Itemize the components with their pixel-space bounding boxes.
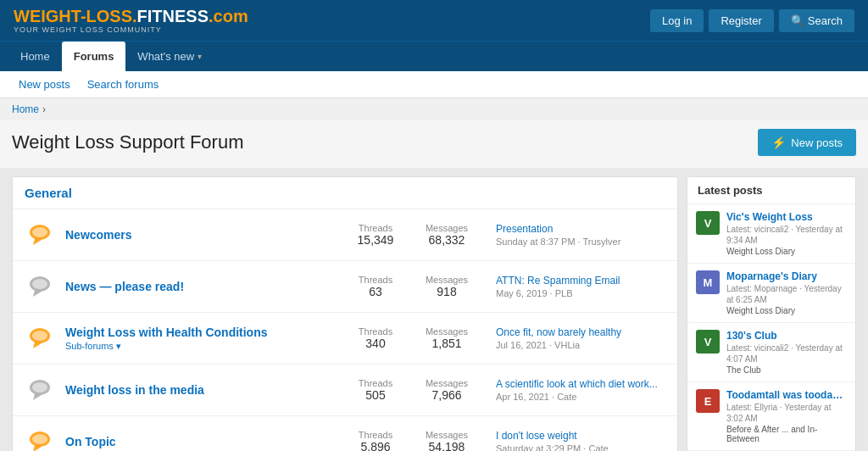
messages-value: 1,851 — [421, 337, 472, 350]
forum-name-link[interactable]: Newcomers — [65, 228, 132, 242]
sidebar-post-info: Moparnage's Diary Latest: Moparnage · Ye… — [726, 270, 847, 315]
latest-thread-link[interactable]: Presentation — [496, 223, 665, 235]
messages-label: Messages — [421, 223, 472, 233]
page-header: Weight Loss Support Forum ⚡ New posts — [0, 120, 868, 168]
forum-info: News — please read! — [65, 280, 340, 293]
forum-latest: Once fit, now barely healthy Jul 16, 202… — [496, 326, 665, 350]
svg-point-14 — [32, 434, 47, 444]
login-button[interactable]: Log in — [650, 9, 704, 32]
messages-stat: Messages 68,332 — [421, 223, 472, 247]
threads-label: Threads — [350, 378, 401, 388]
forum-row: Weight loss in the media Threads 505 Mes… — [13, 365, 677, 416]
lightning-icon: ⚡ — [771, 136, 786, 149]
forum-row: On Topic Threads 5,896 Messages 54,198 I… — [13, 416, 677, 451]
sidebar-post-item: V Vic's Weight Loss Latest: vicincali2 ·… — [687, 204, 855, 264]
forum-name-link[interactable]: Weight loss in the media — [65, 383, 204, 397]
forum-name-link[interactable]: News — please read! — [65, 280, 184, 293]
threads-label: Threads — [350, 326, 401, 337]
sidebar-post-forum: The Club — [726, 365, 847, 375]
search-icon: 🔍 — [791, 14, 804, 27]
latest-meta: May 6, 2019 · PLB — [496, 288, 665, 298]
messages-label: Messages — [421, 430, 472, 440]
messages-value: 918 — [421, 285, 472, 298]
latest-thread-link[interactable]: I don't lose weight — [496, 430, 665, 442]
messages-label: Messages — [421, 275, 472, 285]
sidebar: Latest posts V Vic's Weight Loss Latest:… — [687, 176, 856, 451]
forum-row: News — please read! Threads 63 Messages … — [13, 261, 677, 313]
threads-stat: Threads 340 — [350, 326, 401, 350]
forum-info: On Topic — [65, 435, 340, 448]
header-actions: Log in Register 🔍 Search — [650, 9, 854, 32]
threads-value: 63 — [350, 285, 401, 298]
search-label: Search — [808, 14, 843, 27]
sidebar-post-title[interactable]: 130's Club — [726, 330, 847, 342]
svg-point-5 — [32, 279, 47, 289]
latest-thread-link[interactable]: Once fit, now barely healthy — [496, 326, 665, 338]
threads-stat: Threads 5,896 — [350, 430, 401, 451]
latest-thread-link[interactable]: A scientific look at which diet work... — [496, 378, 665, 390]
avatar: V — [696, 211, 720, 235]
new-posts-button-label: New posts — [791, 136, 843, 149]
messages-value: 68,332 — [421, 233, 472, 247]
messages-label: Messages — [421, 326, 472, 337]
search-button[interactable]: 🔍 Search — [779, 9, 854, 32]
sidebar-post-title[interactable]: Vic's Weight Loss — [726, 211, 847, 223]
bubble-icon — [26, 428, 53, 451]
forum-info: Weight loss in the media — [65, 383, 340, 397]
forum-name-link[interactable]: On Topic — [65, 435, 116, 448]
sidebar-post-forum: Weight Loss Diary — [726, 306, 847, 315]
site-logo: WEIGHT-LOSS.FITNESS.com YOUR WEIGHT LOSS… — [14, 7, 248, 34]
new-posts-button[interactable]: ⚡ New posts — [758, 129, 856, 156]
forum-row: Weight Loss with Health Conditions Sub-f… — [13, 313, 677, 365]
sidebar-post-title[interactable]: Toodamtall was toodamfat — [726, 389, 847, 401]
register-button[interactable]: Register — [709, 9, 773, 32]
sidebar-post-title[interactable]: Moparnage's Diary — [726, 270, 847, 282]
messages-stat: Messages 1,851 — [421, 326, 472, 350]
sidebar-post-item: E Toodamtall was toodamfat Latest: Ellyr… — [687, 382, 855, 451]
bubble-icon — [26, 221, 53, 248]
sidebar-post-info: Vic's Weight Loss Latest: vicincali2 · Y… — [726, 211, 847, 256]
nav-home[interactable]: Home — [8, 42, 62, 71]
nav-forums[interactable]: Forums — [62, 42, 126, 71]
threads-label: Threads — [350, 223, 401, 233]
latest-thread-link[interactable]: ATTN: Re Spamming Email — [496, 275, 665, 287]
chevron-down-icon: ▾ — [198, 52, 202, 61]
svg-point-8 — [32, 331, 47, 341]
latest-posts-box: Latest posts V Vic's Weight Loss Latest:… — [687, 176, 856, 451]
threads-stat: Threads 63 — [350, 275, 401, 298]
threads-value: 505 — [350, 388, 401, 402]
avatar: V — [696, 330, 720, 354]
logo-tagline: YOUR WEIGHT LOSS COMMUNITY — [14, 25, 248, 34]
sidebar-post-meta: Latest: Ellyria · Yesterday at 3:02 AM — [726, 402, 847, 424]
nav-whats-new[interactable]: What's new ▾ — [125, 42, 214, 71]
avatar: E — [696, 389, 720, 413]
forum-latest: ATTN: Re Spamming Email May 6, 2019 · PL… — [496, 275, 665, 298]
messages-value: 7,966 — [421, 388, 472, 402]
forum-icon — [25, 271, 55, 302]
forum-latest: A scientific look at which diet work... … — [496, 378, 665, 402]
forum-rows: Newcomers Threads 15,349 Messages 68,332… — [13, 209, 677, 451]
sidebar-post-meta: Latest: Moparnage · Yesterday at 6:25 AM — [726, 283, 847, 305]
forum-name-link[interactable]: Weight Loss with Health Conditions — [65, 326, 268, 339]
messages-value: 54,198 — [421, 440, 472, 451]
breadcrumb-separator: › — [42, 103, 46, 115]
bubble-icon — [26, 325, 53, 352]
forum-row: Newcomers Threads 15,349 Messages 68,332… — [13, 209, 677, 261]
new-posts-link[interactable]: New posts — [10, 71, 79, 97]
breadcrumb-home[interactable]: Home — [12, 103, 39, 115]
threads-value: 340 — [350, 337, 401, 350]
forum-info: Newcomers — [65, 228, 340, 242]
forum-stats: Threads 63 Messages 918 — [350, 275, 486, 298]
messages-stat: Messages 54,198 — [421, 430, 472, 451]
messages-stat: Messages 918 — [421, 275, 472, 298]
search-forums-link[interactable]: Search forums — [79, 71, 168, 97]
forum-stats: Threads 15,349 Messages 68,332 — [350, 223, 486, 247]
threads-stat: Threads 15,349 — [350, 223, 401, 247]
forum-stats: Threads 5,896 Messages 54,198 — [350, 430, 486, 451]
latest-meta: Jul 16, 2021 · VHLia — [496, 340, 665, 350]
whats-new-label: What's new — [137, 50, 194, 63]
threads-value: 5,896 — [350, 440, 401, 451]
forum-icon — [25, 375, 55, 405]
forum-latest: I don't lose weight Saturday at 3:29 PM … — [496, 430, 665, 451]
threads-label: Threads — [350, 430, 401, 440]
